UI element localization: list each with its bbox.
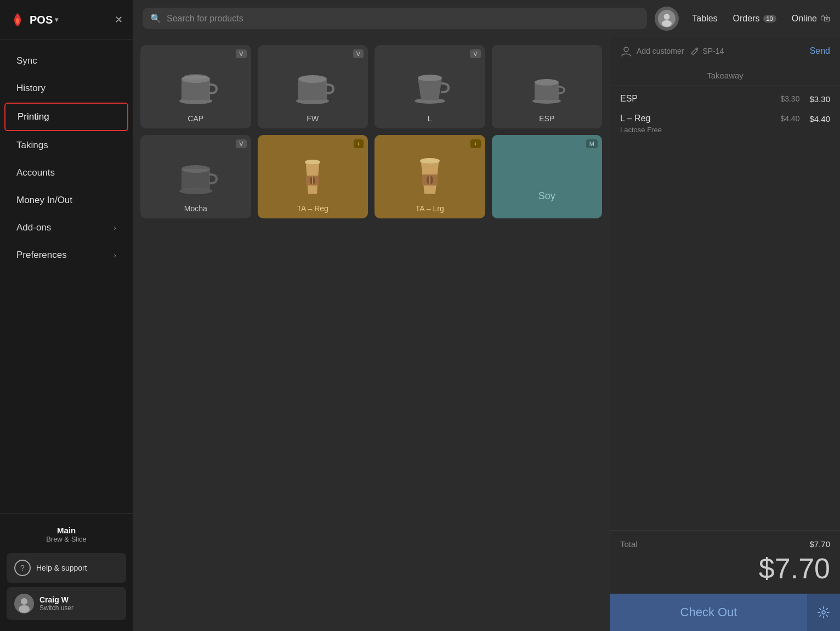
fw-icon — [291, 69, 334, 108]
switch-user-button[interactable]: Craig W Switch user — [7, 587, 126, 620]
sidebar-item-add-ons[interactable]: Add-ons › — [4, 215, 128, 241]
svg-point-5 — [662, 20, 672, 26]
sidebar-item-printing-label: Printing — [18, 111, 49, 122]
l-badge: V — [470, 49, 480, 58]
sidebar-item-history[interactable]: History — [4, 75, 128, 102]
order-panel: Add customer SP-14 Send Takeaway ESP — [610, 37, 840, 631]
product-card-soy[interactable]: M Soy — [492, 135, 603, 218]
fw-label: FW — [307, 114, 319, 123]
svg-point-2 — [19, 605, 30, 613]
sidebar-nav: Sync History Printing Takings Accounts M… — [0, 40, 133, 513]
order-item-esp[interactable]: ESP $3.30 $3.30 — [620, 94, 830, 104]
esp-icon — [525, 69, 569, 108]
product-card-mocha[interactable]: V Mocha — [140, 135, 251, 218]
products-panel: V CAP V — [133, 37, 610, 631]
help-support-button[interactable]: ? Help & support — [7, 553, 126, 583]
order-item-l-reg-final-price: $4.40 — [809, 114, 830, 123]
esp-label: ESP — [539, 114, 554, 123]
order-type: Takeaway — [610, 65, 840, 86]
order-item-l-reg-name: L – Reg — [620, 114, 650, 123]
bag-icon: 🛍 — [820, 13, 830, 24]
soy-badge: M — [586, 139, 598, 148]
pos-logo[interactable]: POS ▾ — [10, 12, 58, 27]
preferences-chevron-icon: › — [113, 251, 116, 260]
content-area: V CAP V — [133, 37, 840, 631]
product-card-ta-reg[interactable]: + TA – — [258, 135, 368, 218]
add-customer-label: Add customer — [637, 47, 684, 55]
cap-icon — [174, 69, 218, 108]
order-footer: Total $7.70 $7.70 — [610, 530, 840, 594]
tables-nav-item[interactable]: Tables — [692, 14, 717, 24]
l-icon — [408, 69, 452, 108]
help-label: Help & support — [36, 564, 87, 572]
sidebar-footer: Main Brew & Slice ? Help & support Craig… — [0, 513, 133, 631]
person-icon — [620, 45, 632, 57]
cap-label: CAP — [188, 114, 203, 123]
sidebar-item-printing[interactable]: Printing — [4, 103, 128, 131]
checkout-settings-button[interactable] — [807, 594, 840, 631]
sidebar-item-accounts[interactable]: Accounts — [4, 160, 128, 186]
sidebar-item-sync-label: Sync — [16, 55, 37, 66]
svg-point-1 — [21, 598, 27, 605]
pos-chevron-icon: ▾ — [55, 16, 58, 24]
svg-point-17 — [535, 79, 559, 86]
orders-badge: 10 — [763, 15, 776, 22]
mocha-badge: V — [236, 139, 246, 148]
soy-label: Soy — [538, 190, 555, 202]
svg-point-25 — [420, 158, 440, 164]
venue-sub: Brew & Slice — [7, 535, 126, 543]
order-item-esp-final-price: $3.30 — [809, 94, 830, 104]
search-container[interactable]: 🔍 — [143, 8, 647, 29]
sidebar-item-history-label: History — [16, 83, 46, 94]
pos-title: POS ▾ — [30, 14, 58, 26]
profile-button[interactable] — [655, 7, 679, 31]
order-items: ESP $3.30 $3.30 L – Reg $4.40 $4.40 — [610, 86, 840, 530]
sidebar-item-sync[interactable]: Sync — [4, 48, 128, 74]
add-customer-button[interactable]: Add customer — [620, 45, 684, 57]
venue-info: Main Brew & Slice — [7, 520, 126, 549]
svg-point-4 — [664, 14, 670, 20]
settings-icon — [817, 606, 830, 619]
svg-point-14 — [418, 75, 442, 81]
checkout-bar: Check Out — [610, 594, 840, 631]
products-grid: V CAP V — [140, 45, 602, 218]
svg-point-28 — [624, 47, 628, 52]
product-card-fw[interactable]: V FW — [258, 45, 368, 128]
sidebar-item-takings-label: Takings — [16, 140, 48, 151]
online-nav-item[interactable]: Online 🛍 — [792, 13, 830, 24]
product-card-cap[interactable]: V CAP — [140, 45, 251, 128]
user-info: Craig W Switch user — [39, 595, 73, 612]
total-label: Total — [620, 539, 638, 549]
help-icon: ? — [14, 560, 31, 576]
sidebar-item-takings[interactable]: Takings — [4, 132, 128, 159]
svg-point-22 — [305, 160, 320, 164]
send-button[interactable]: Send — [810, 46, 830, 56]
svg-point-12 — [298, 75, 327, 83]
ta-lrg-label: TA – Lrg — [416, 204, 444, 213]
search-input[interactable] — [167, 14, 639, 24]
checkout-button[interactable]: Check Out — [610, 594, 807, 631]
product-card-esp[interactable]: ESP — [492, 45, 603, 128]
product-card-l[interactable]: V L — [374, 45, 485, 128]
order-header: Add customer SP-14 Send — [610, 37, 840, 65]
sidebar-item-addons-label: Add-ons — [16, 222, 51, 233]
sidebar-item-preferences[interactable]: Preferences › — [4, 242, 128, 268]
l-label: L — [428, 114, 432, 123]
ta-reg-icon — [291, 159, 334, 198]
user-name: Craig W — [39, 595, 73, 604]
total-row: Total $7.70 — [620, 539, 830, 549]
product-card-ta-lrg[interactable]: + TA – Lrg — [374, 135, 485, 218]
svg-point-9 — [184, 74, 208, 80]
orders-nav-item[interactable]: Orders 10 — [733, 14, 776, 24]
close-icon[interactable]: ✕ — [115, 14, 123, 26]
avatar — [14, 594, 34, 613]
order-item-l-reg-orig-price: $4.40 — [780, 114, 799, 123]
sidebar-item-money-in-out[interactable]: Money In/Out — [4, 187, 128, 213]
ta-reg-label: TA – Reg — [297, 204, 328, 213]
order-item-l-reg[interactable]: L – Reg $4.40 $4.40 Lactose Free — [620, 114, 830, 134]
topbar-nav: Tables Orders 10 Online 🛍 — [686, 13, 830, 24]
sidebar: POS ▾ ✕ Sync History Printing Takings Ac… — [0, 0, 133, 631]
sidebar-header: POS ▾ ✕ — [0, 0, 133, 40]
sidebar-item-accounts-label: Accounts — [16, 167, 55, 178]
order-id[interactable]: SP-14 — [690, 47, 724, 55]
